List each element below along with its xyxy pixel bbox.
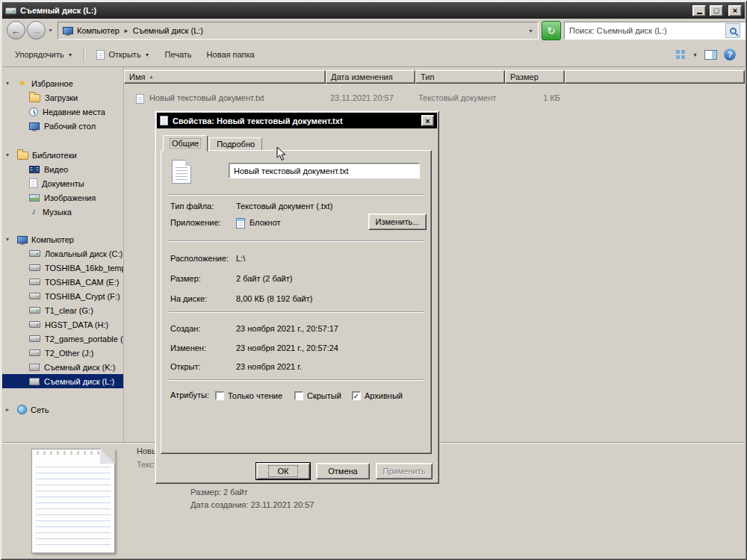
readonly-checkbox[interactable] <box>215 391 224 400</box>
location-label: Расположение: <box>170 254 229 263</box>
sidebar-item-favorites[interactable]: ▾ ★ Избранное <box>2 76 123 90</box>
sidebar-item-downloads[interactable]: Загрузки <box>2 90 123 105</box>
address-dropdown-icon[interactable]: ▼ <box>528 28 533 34</box>
column-header-type[interactable]: Тип <box>415 70 505 84</box>
archive-checkbox[interactable]: ✓ <box>352 391 361 400</box>
sidebar-item-label: Документы <box>42 179 84 188</box>
breadcrumb-current[interactable]: Съемный диск (L:) <box>133 26 203 35</box>
hidden-checkbox[interactable] <box>294 391 303 400</box>
recent-pages-dropdown[interactable]: ▼ <box>48 28 53 33</box>
column-header-label: Размер <box>510 72 539 81</box>
navigation-bar: ← → ▼ Компьютер ► Съемный диск (L:) ▼ ↻ … <box>2 19 745 43</box>
sidebar-item-removable-l-selected[interactable]: Съемный диск (L:) <box>2 374 123 388</box>
tab-details[interactable]: Подробно <box>209 137 262 151</box>
sidebar-item-t2-other[interactable]: T2_Other (J:) <box>2 346 123 360</box>
sidebar-item-removable-k[interactable]: Съемный диск (K:) <box>2 360 123 374</box>
column-header-name[interactable]: Имя ▲ <box>124 70 326 84</box>
print-button[interactable]: Печать <box>158 47 199 62</box>
minimize-button[interactable] <box>692 5 706 16</box>
sidebar-item-label: T2_Other (J:) <box>45 349 93 358</box>
column-header-size[interactable]: Размер <box>505 70 565 84</box>
sidebar-item-label: HGST_DATA (H:) <box>45 320 108 329</box>
file-name[interactable]: Новый текстовый документ.txt <box>149 93 264 102</box>
separator <box>169 194 424 196</box>
on-disk-row: На диске: 8,00 КБ (8 192 байт) <box>161 294 431 306</box>
cancel-button-label: Отмена <box>328 467 357 476</box>
search-button[interactable] <box>725 23 740 38</box>
back-button[interactable]: ← <box>7 21 25 40</box>
sidebar-item-hgst-data[interactable]: HGST_DATA (H:) <box>2 317 123 332</box>
open-button[interactable]: Открыть ▼ <box>90 47 156 63</box>
preview-pane-icon[interactable] <box>704 50 717 60</box>
close-button[interactable]: × <box>728 5 742 16</box>
change-view-icon[interactable] <box>676 50 686 59</box>
expand-arrow-icon[interactable]: ▸ <box>6 406 13 413</box>
sidebar-item-t2-games-portable[interactable]: T2_games_portable (I <box>2 332 123 346</box>
tab-label: Общие <box>170 139 200 148</box>
network-globe-icon <box>17 405 27 414</box>
sidebar-item-toshiba-16kb-temp[interactable]: TOSHIBA_16kb_temp <box>2 261 123 275</box>
sidebar-item-toshiba-crypt[interactable]: TOSHIBA_Crypt (F:) <box>2 289 123 303</box>
navigation-pane: ▾ ★ Избранное Загрузки Недавние места Ра… <box>2 67 123 442</box>
help-icon[interactable]: ? <box>724 49 736 60</box>
organize-button[interactable]: Упорядочить ▼ <box>8 47 79 62</box>
on-disk-label: На диске: <box>170 294 207 303</box>
new-folder-button[interactable]: Новая папка <box>200 47 261 62</box>
sidebar-item-videos[interactable]: Видео <box>2 162 123 176</box>
sidebar-item-documents[interactable]: Документы <box>2 176 123 190</box>
dialog-title-bar[interactable]: Свойства: Новый текстовый документ.txt × <box>157 113 437 128</box>
views-dropdown-icon[interactable]: ▼ <box>692 52 698 57</box>
forward-button[interactable]: → <box>27 21 46 40</box>
column-header-label: Дата изменения <box>331 72 393 81</box>
sidebar-item-drive-c[interactable]: Локальный диск (C:) <box>2 246 123 261</box>
print-label: Печать <box>165 50 192 59</box>
collapse-arrow-icon[interactable]: ▾ <box>6 152 13 158</box>
change-button[interactable]: Изменить... <box>368 214 427 230</box>
ok-button[interactable]: ОК <box>256 463 310 479</box>
breadcrumb-computer[interactable]: Компьютер <box>77 26 120 35</box>
sidebar-item-toshiba-cam[interactable]: TOSHIBA_CAM (E:) <box>2 275 123 289</box>
created-label: Создан: <box>170 324 200 333</box>
attributes-label: Атрибуты: <box>170 391 209 399</box>
search-input[interactable]: Поиск: Съемный диск (L:) <box>564 22 746 40</box>
sidebar-item-network[interactable]: ▸ Сеть <box>2 402 123 417</box>
collapse-arrow-icon[interactable]: ▾ <box>6 236 13 243</box>
column-header-filler <box>565 70 745 84</box>
filename-input[interactable]: Новый текстовый документ.txt <box>229 163 420 178</box>
sidebar-item-libraries[interactable]: ▾ Библиотеки <box>2 148 123 162</box>
file-row[interactable]: Новый текстовый документ.txt 23.11.2021 … <box>124 93 745 106</box>
title-bar[interactable]: Съемный диск (L:) □ × <box>2 2 745 19</box>
breadcrumb-separator-icon[interactable]: ► <box>123 28 129 34</box>
dialog-close-button[interactable]: × <box>421 115 434 126</box>
separator <box>169 311 424 313</box>
toolbar-right-group: ▼ ? <box>676 49 739 60</box>
music-note-icon: ♪ <box>29 207 38 217</box>
address-bar[interactable]: Компьютер ► Съемный диск (L:) ▼ <box>58 22 539 40</box>
document-icon <box>160 116 168 125</box>
file-type-value: Текстовый документ (.txt) <box>236 202 332 211</box>
page-fold-icon <box>100 449 115 464</box>
sidebar-item-desktop[interactable]: Рабочий стол <box>2 119 123 133</box>
sidebar-item-t1-clear[interactable]: T1_clear (G:) <box>2 303 123 317</box>
new-folder-label: Новая папка <box>207 50 255 59</box>
cancel-button[interactable]: Отмена <box>316 463 370 479</box>
sidebar-item-recent-places[interactable]: Недавние места <box>2 105 123 119</box>
clock-icon <box>29 108 38 116</box>
external-drive-icon <box>29 264 40 271</box>
archive-label: Архивный <box>365 391 403 400</box>
sidebar-item-pictures[interactable]: Изображения <box>2 190 123 205</box>
sidebar-item-label: Компьютер <box>31 235 74 244</box>
sidebar-item-label: Съемный диск (L:) <box>44 377 114 386</box>
sidebar-item-music[interactable]: ♪ Музыка <box>2 205 123 219</box>
refresh-button[interactable]: ↻ <box>542 21 561 40</box>
maximize-button[interactable]: □ <box>710 5 723 16</box>
collapse-arrow-icon[interactable]: ▾ <box>6 80 13 87</box>
text-file-icon <box>172 160 191 184</box>
toolbar-separator <box>84 48 85 61</box>
tab-general[interactable]: Общие <box>163 135 208 152</box>
sidebar-item-computer[interactable]: ▾ Компьютер <box>2 232 123 246</box>
location-value: L:\ <box>236 254 245 263</box>
library-icon <box>17 152 28 160</box>
column-header-date[interactable]: Дата изменения <box>326 70 415 84</box>
tab-label: Подробно <box>217 140 255 149</box>
